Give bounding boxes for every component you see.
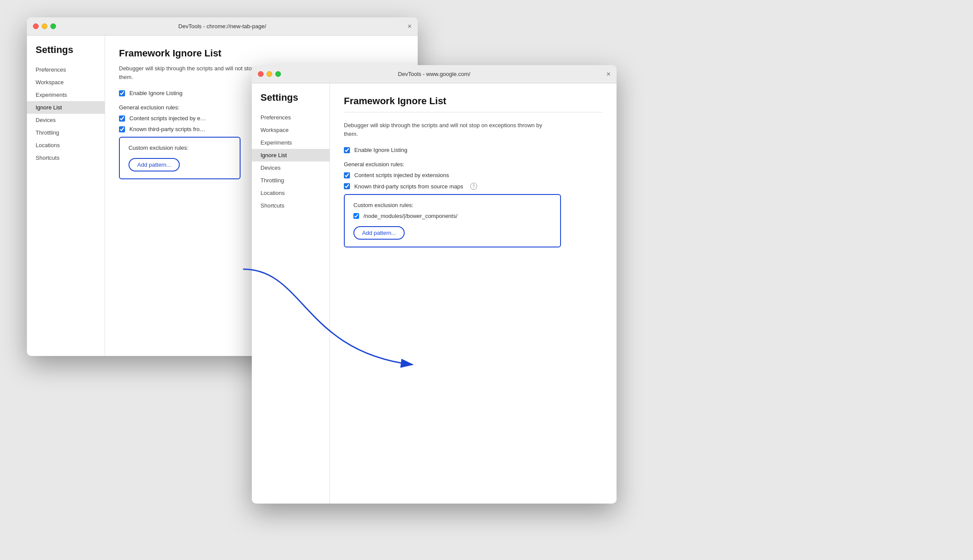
sidebar-item-locations-2[interactable]: Locations	[252, 187, 330, 199]
help-icon-2[interactable]: ?	[470, 183, 477, 190]
sidebar-item-ignore-list-2[interactable]: Ignore List	[252, 149, 330, 161]
sidebar-item-devices-1[interactable]: Devices	[27, 114, 105, 126]
content-2: Framework Ignore List Debugger will skip…	[330, 83, 617, 504]
minimize-traffic-light-2[interactable]	[267, 71, 272, 77]
rule2-label-2: Known third-party scripts from source ma…	[354, 183, 463, 190]
custom-rule-row-2: /node_modules/|/bower_components/	[353, 213, 551, 219]
rule2-checkbox-1[interactable]	[119, 126, 125, 132]
enable-ignore-checkbox-1[interactable]	[119, 90, 125, 96]
sidebar-2: Settings Preferences Workspace Experimen…	[252, 83, 330, 504]
sidebar-item-preferences-1[interactable]: Preferences	[27, 63, 105, 76]
sidebar-heading-1: Settings	[27, 44, 105, 63]
enable-ignore-checkbox-2[interactable]	[344, 147, 350, 153]
titlebar-title-2: DevTools - www.google.com/	[398, 71, 471, 77]
settings-body-2: Settings Preferences Workspace Experimen…	[252, 83, 617, 504]
sidebar-item-experiments-2[interactable]: Experiments	[252, 136, 330, 149]
custom-exclusion-box-2: Custom exclusion rules: /node_modules/|/…	[344, 194, 561, 247]
maximize-traffic-light[interactable]	[50, 23, 56, 29]
maximize-traffic-light-2[interactable]	[275, 71, 281, 77]
content-desc-2: Debugger will skip through the scripts a…	[344, 121, 552, 138]
content-title-1: Framework Ignore List	[119, 48, 404, 59]
sidebar-item-throttling-1[interactable]: Throttling	[27, 126, 105, 139]
traffic-lights-1	[33, 23, 56, 29]
sidebar-item-experiments-1[interactable]: Experiments	[27, 89, 105, 101]
sidebar-item-ignore-list-1[interactable]: Ignore List	[27, 101, 105, 114]
titlebar-1: DevTools - chrome://new-tab-page/ ×	[27, 17, 418, 36]
rule1-label-2: Content scripts injected by extensions	[354, 172, 449, 178]
add-pattern-btn-2[interactable]: Add pattern...	[353, 226, 405, 240]
sidebar-item-workspace-1[interactable]: Workspace	[27, 76, 105, 89]
rule1-checkbox-1[interactable]	[119, 115, 125, 122]
sidebar-item-throttling-2[interactable]: Throttling	[252, 174, 330, 187]
content-title-2: Framework Ignore List	[344, 96, 603, 107]
sidebar-item-preferences-2[interactable]: Preferences	[252, 111, 330, 124]
close-traffic-light-2[interactable]	[258, 71, 264, 77]
rule1-row-2: Content scripts injected by extensions	[344, 172, 603, 178]
enable-ignore-row-2: Enable Ignore Listing	[344, 147, 603, 153]
custom-label-2: Custom exclusion rules:	[353, 202, 551, 208]
sidebar-1: Settings Preferences Workspace Experimen…	[27, 36, 105, 356]
rule2-row-2: Known third-party scripts from source ma…	[344, 183, 603, 190]
window-close-btn-2[interactable]: ×	[607, 71, 610, 78]
rule2-label-1: Known third-party scripts fro…	[129, 126, 205, 132]
sidebar-heading-2: Settings	[252, 92, 330, 111]
enable-ignore-label-1: Enable Ignore Listing	[129, 90, 182, 96]
sidebar-item-locations-1[interactable]: Locations	[27, 139, 105, 152]
traffic-lights-2	[258, 71, 281, 77]
custom-rule-checkbox-2[interactable]	[353, 213, 359, 219]
custom-label-1: Custom exclusion rules:	[129, 145, 231, 151]
window-close-btn-1[interactable]: ×	[408, 23, 412, 30]
rule2-checkbox-2[interactable]	[344, 183, 350, 189]
rule1-label-1: Content scripts injected by e…	[129, 115, 206, 122]
sidebar-item-shortcuts-2[interactable]: Shortcuts	[252, 199, 330, 212]
close-traffic-light[interactable]	[33, 23, 39, 29]
window-2: DevTools - www.google.com/ × Settings Pr…	[252, 65, 617, 504]
titlebar-title-1: DevTools - chrome://new-tab-page/	[178, 23, 266, 30]
add-pattern-btn-1[interactable]: Add pattern...	[129, 158, 180, 171]
minimize-traffic-light[interactable]	[42, 23, 47, 29]
sidebar-item-workspace-2[interactable]: Workspace	[252, 124, 330, 136]
general-label-2: General exclusion rules:	[344, 161, 603, 168]
titlebar-2: DevTools - www.google.com/ ×	[252, 65, 617, 83]
sidebar-item-shortcuts-1[interactable]: Shortcuts	[27, 152, 105, 164]
custom-exclusion-box-1: Custom exclusion rules: Add pattern...	[119, 137, 241, 179]
sidebar-item-devices-2[interactable]: Devices	[252, 161, 330, 174]
custom-rule-value-2: /node_modules/|/bower_components/	[363, 213, 458, 219]
rule1-checkbox-2[interactable]	[344, 172, 350, 178]
enable-ignore-label-2: Enable Ignore Listing	[354, 147, 407, 153]
title-divider-2	[344, 112, 603, 112]
